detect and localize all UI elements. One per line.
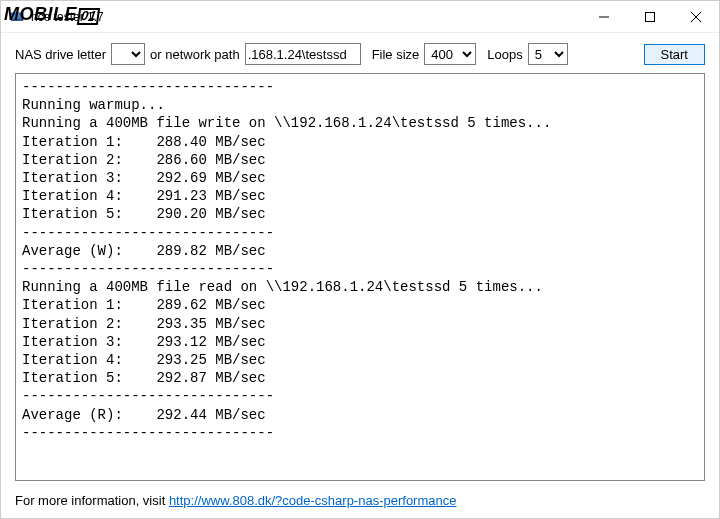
watermark-box: 01: [77, 8, 101, 25]
window-controls: [581, 2, 719, 32]
maximize-button[interactable]: [627, 2, 673, 32]
toolbar: NAS drive letter or network path File si…: [1, 33, 719, 73]
svg-rect-3: [646, 12, 655, 21]
drive-letter-select[interactable]: [111, 43, 145, 65]
minimize-button[interactable]: [581, 2, 627, 32]
filesize-select[interactable]: 400: [424, 43, 476, 65]
drive-letter-label: NAS drive letter: [15, 47, 106, 62]
network-path-input[interactable]: [245, 43, 361, 65]
start-button[interactable]: Start: [644, 44, 705, 65]
filesize-label: File size: [372, 47, 420, 62]
close-button[interactable]: [673, 2, 719, 32]
loops-label: Loops: [487, 47, 522, 62]
app-window: nce tester 1.7 NAS drive letter or netwo…: [0, 0, 720, 519]
watermark-left: MOBILE: [4, 4, 77, 24]
output-textarea[interactable]: ------------------------------ Running w…: [15, 73, 705, 481]
watermark-logo: MOBILE01: [4, 4, 99, 25]
titlebar: nce tester 1.7: [1, 1, 719, 33]
footer-prefix: For more information, visit: [15, 493, 169, 508]
network-path-label: or network path: [150, 47, 240, 62]
footer: For more information, visit http://www.8…: [1, 489, 719, 518]
loops-select[interactable]: 5: [528, 43, 568, 65]
footer-link[interactable]: http://www.808.dk/?code-csharp-nas-perfo…: [169, 493, 457, 508]
